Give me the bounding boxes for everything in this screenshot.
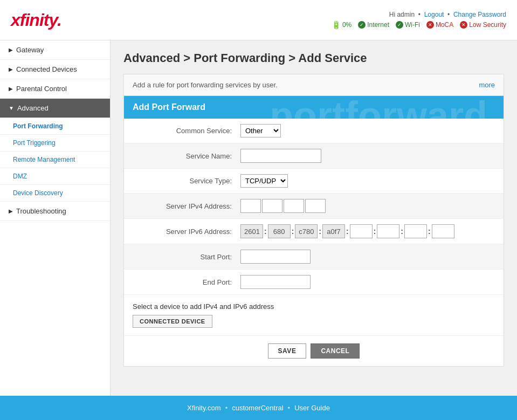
sidebar-subitem-port-forwarding[interactable]: Port Forwarding: [0, 118, 110, 135]
watermark: portforward: [270, 96, 487, 119]
footer-xfinity-link[interactable]: Xfinity.com: [187, 404, 221, 412]
ipv4-group: [240, 199, 326, 213]
sidebar-subitem-dmz[interactable]: DMZ: [0, 168, 110, 185]
sidebar-item-label: Connected Devices: [16, 65, 77, 73]
sidebar-subitem-label: DMZ: [13, 173, 27, 180]
server-ipv4-control: [240, 199, 326, 213]
start-port-input[interactable]: [240, 250, 311, 264]
layout: ▶ Gateway ▶ Connected Devices ▶ Parental…: [0, 40, 517, 396]
logo: xfinity.: [11, 10, 61, 30]
change-password-link[interactable]: Change Password: [453, 11, 506, 18]
colon-4: :: [346, 227, 349, 236]
service-name-input[interactable]: [240, 149, 321, 163]
sidebar-item-connected-devices[interactable]: ▶ Connected Devices: [0, 60, 110, 79]
sidebar-item-label: Parental Control: [16, 85, 67, 93]
server-ipv6-row: Server IPv6 Address: : : : : :: [124, 219, 504, 244]
ipv4-octet-1[interactable]: [240, 199, 261, 213]
main-content: Advanced > Port Forwarding > Add Service…: [111, 40, 517, 396]
sidebar-subitem-device-discovery[interactable]: Device Discovery: [0, 185, 110, 202]
form-buttons: SAVE CANCEL: [124, 336, 504, 366]
ipv6-seg-3[interactable]: [295, 224, 318, 238]
troubleshooting-arrow-icon: ▶: [9, 208, 13, 214]
end-port-row: End Port:: [124, 270, 504, 295]
ipv6-seg-2[interactable]: [268, 224, 291, 238]
connected-device-button[interactable]: CONNECTED DEVICE: [133, 315, 212, 328]
ipv6-seg-5[interactable]: [350, 224, 373, 238]
server-ipv6-control: : : : : : : :: [240, 224, 454, 238]
ipv6-seg-6[interactable]: [377, 224, 399, 238]
advanced-arrow-icon: ▼: [9, 105, 14, 111]
moca-status: ✕ MoCA: [426, 21, 453, 29]
sidebar-item-troubleshooting[interactable]: ▶ Troubleshooting: [0, 202, 110, 221]
footer: Xfinity.com • customerCentral • User Gui…: [0, 396, 517, 420]
sidebar-subitem-label: Port Triggering: [13, 139, 56, 147]
ipv4-octet-3[interactable]: [284, 199, 304, 213]
start-port-row: Start Port:: [124, 244, 504, 270]
service-name-control: [240, 149, 321, 163]
service-type-select[interactable]: TCP/UDP TCP UDP: [240, 174, 288, 188]
ipv4-octet-2[interactable]: [262, 199, 282, 213]
connected-devices-arrow-icon: ▶: [9, 66, 13, 72]
sidebar-item-label: Advanced: [17, 104, 49, 112]
internet-label: Internet: [367, 21, 389, 29]
ipv6-seg-1[interactable]: [240, 224, 263, 238]
ipv6-group: : : : : : : :: [240, 224, 454, 238]
cancel-button[interactable]: CANCEL: [311, 343, 360, 359]
colon-7: :: [428, 227, 431, 236]
sidebar-subitem-port-triggering[interactable]: Port Triggering: [0, 135, 110, 152]
sidebar-item-parental-control[interactable]: ▶ Parental Control: [0, 79, 110, 99]
common-service-row: Common Service: Other HTTP HTTPS FTP SMT…: [124, 119, 504, 143]
security-err-icon: ✕: [460, 21, 467, 29]
user-greeting: Hi admin: [389, 11, 415, 18]
page-title: Advanced > Port Forwarding > Add Service: [123, 51, 504, 65]
save-button[interactable]: SAVE: [268, 343, 307, 359]
service-type-control: TCP/UDP TCP UDP: [240, 174, 288, 188]
ipv6-seg-8[interactable]: [432, 224, 454, 238]
start-port-label: Start Port:: [133, 253, 240, 261]
end-port-control: [240, 275, 311, 289]
sidebar-subitem-remote-management[interactable]: Remote Management: [0, 152, 110, 168]
sidebar-item-label: Troubleshooting: [16, 207, 66, 215]
form-card: Add a rule for port forwarding services …: [123, 74, 504, 367]
battery-status: 🔋 0%: [332, 20, 351, 29]
card-info-text: Add a rule for port forwarding services …: [133, 81, 278, 89]
footer-sep-1: •: [225, 404, 228, 412]
select-device-text: Select a device to add IPv4 and IPv6 add…: [133, 302, 495, 311]
service-type-label: Service Type:: [133, 177, 240, 185]
more-link[interactable]: more: [479, 81, 495, 89]
colon-3: :: [319, 227, 321, 236]
end-port-label: End Port:: [133, 278, 240, 286]
parental-control-arrow-icon: ▶: [9, 86, 13, 92]
colon-2: :: [292, 227, 294, 236]
wifi-label: Wi-Fi: [405, 21, 420, 29]
gateway-arrow-icon: ▶: [9, 47, 13, 53]
colon-1: :: [264, 227, 267, 236]
internet-status: ✓ Internet: [358, 21, 389, 29]
ipv4-octet-4[interactable]: [305, 199, 326, 213]
footer-user-guide-link[interactable]: User Guide: [294, 404, 330, 412]
server-ipv4-label: Server IPv4 Address:: [133, 202, 240, 210]
sidebar-subitem-label: Device Discovery: [13, 189, 63, 197]
ipv6-seg-4[interactable]: [322, 224, 345, 238]
sidebar-subitem-label: Remote Management: [13, 156, 75, 163]
card-info: Add a rule for port forwarding services …: [124, 74, 504, 96]
security-status: ✕ Low Security: [460, 21, 506, 29]
security-label: Low Security: [469, 21, 506, 29]
sidebar-item-gateway[interactable]: ▶ Gateway: [0, 40, 110, 60]
ipv6-seg-7[interactable]: [404, 224, 427, 238]
logout-link[interactable]: Logout: [424, 11, 444, 18]
end-port-input[interactable]: [240, 275, 311, 289]
common-service-select[interactable]: Other HTTP HTTPS FTP SMTP POP3 Custom: [240, 124, 281, 137]
header-status: 🔋 0% ✓ Internet ✓ Wi-Fi ✕ MoCA ✕ Low Sec…: [332, 20, 506, 29]
sidebar-item-advanced[interactable]: ▼ Advanced: [0, 99, 110, 118]
colon-5: :: [374, 227, 376, 236]
server-ipv6-label: Server IPv6 Address:: [133, 228, 240, 236]
common-service-control: Other HTTP HTTPS FTP SMTP POP3 Custom: [240, 124, 281, 137]
moca-label: MoCA: [436, 21, 453, 29]
connected-device-section: Select a device to add IPv4 and IPv6 add…: [124, 295, 504, 336]
sidebar-item-label: Gateway: [16, 46, 44, 54]
footer-customer-central-link[interactable]: customerCentral: [232, 404, 283, 412]
header: xfinity. Hi admin • Logout • Change Pass…: [0, 0, 517, 40]
server-ipv4-row: Server IPv4 Address:: [124, 194, 504, 219]
service-name-label: Service Name:: [133, 152, 240, 160]
